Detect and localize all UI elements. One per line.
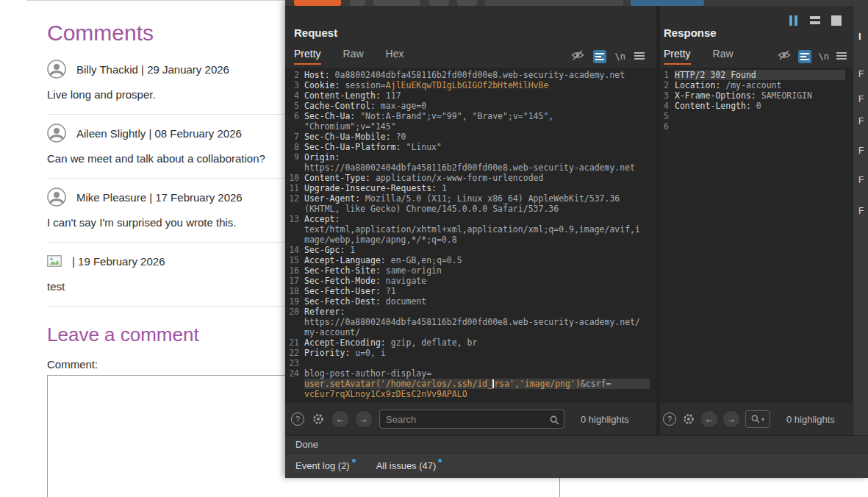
gear-icon[interactable] bbox=[312, 412, 325, 426]
line-number: 23 bbox=[285, 358, 304, 368]
response-editor[interactable]: 1HTTP/2 302 Found2Location: /my-account3… bbox=[660, 68, 853, 403]
line-number: 1 bbox=[660, 70, 675, 80]
code-line: 17Sec-Fetch-Mode: navigate bbox=[285, 276, 656, 286]
bottom-tab-label: All issues (47) bbox=[376, 460, 437, 471]
chevron-down-icon: ▾ bbox=[761, 416, 764, 423]
line-number: 11 bbox=[285, 183, 304, 193]
search-icon bbox=[751, 415, 760, 423]
code-line: 1HTTP/2 302 Found bbox=[660, 70, 853, 80]
search-input[interactable] bbox=[379, 410, 564, 429]
layout-rows-icon[interactable] bbox=[809, 15, 821, 26]
layout-single-icon[interactable] bbox=[831, 15, 842, 26]
newline-toggle-icon[interactable]: \n bbox=[615, 51, 625, 62]
code-line: 15Accept-Language: en-GB,en;q=0.5 bbox=[285, 255, 656, 265]
line-number bbox=[285, 389, 304, 399]
line-number: 3 bbox=[660, 90, 675, 101]
next-match-button[interactable]: → bbox=[356, 411, 372, 427]
bottom-tab-all-issues[interactable]: All issues (47) bbox=[376, 460, 442, 471]
code-line-text bbox=[675, 121, 845, 132]
line-number: 4 bbox=[660, 101, 675, 111]
code-line-text: Location: /my-account bbox=[675, 80, 845, 90]
send-button[interactable] bbox=[294, 0, 341, 6]
word-wrap-toggle-icon[interactable] bbox=[798, 50, 811, 63]
line-number: 6 bbox=[660, 121, 675, 132]
code-line-text: Upgrade-Insecure-Requests: 1 bbox=[304, 183, 650, 193]
line-number: 18 bbox=[285, 286, 304, 296]
code-line: 14Sec-Gpc: 1 bbox=[285, 245, 656, 255]
code-line: user.setAvatar('/home/carlos/.ssh/id_rsa… bbox=[285, 379, 656, 389]
help-icon[interactable]: ? bbox=[663, 412, 676, 426]
newline-toggle-icon[interactable]: \n bbox=[819, 51, 829, 62]
line-number: 4 bbox=[285, 90, 304, 101]
code-line-text: HTTP/2 302 Found bbox=[675, 70, 845, 80]
editor-menu-icon[interactable] bbox=[836, 50, 847, 63]
eye-off-icon[interactable] bbox=[778, 50, 791, 63]
code-line: 4Content-Length: 0 bbox=[660, 101, 853, 111]
inspector-section[interactable]: F bbox=[858, 206, 864, 216]
line-number bbox=[285, 379, 304, 389]
tab-hex[interactable]: Hex bbox=[386, 48, 404, 63]
code-line-text: Origin: https://0a88002404dbfa458116b2fd… bbox=[304, 152, 650, 173]
code-line-text: Sec-Ch-Ua: "Not:A-Brand";v="99", "Brave"… bbox=[304, 111, 650, 132]
notification-dot bbox=[352, 459, 356, 462]
avatar-icon bbox=[47, 187, 66, 207]
comment-author-date: Aileen Slightly | 08 February 2026 bbox=[76, 127, 242, 140]
eye-off-icon[interactable] bbox=[571, 50, 584, 63]
search-button[interactable]: ▾ bbox=[745, 410, 770, 428]
repeater-toolbar bbox=[285, 0, 868, 6]
inspector-section[interactable]: F bbox=[858, 175, 864, 185]
tab-raw[interactable]: Raw bbox=[343, 48, 364, 63]
response-panel: Response PrettyRaw \n 1HTTP/2 302 Found2… bbox=[660, 6, 853, 435]
inspector-section[interactable]: F bbox=[858, 69, 864, 79]
cancel-button[interactable] bbox=[373, 0, 420, 6]
code-line-text: Accept-Encoding: gzip, deflate, br bbox=[304, 337, 650, 348]
inspector-panel[interactable]: I FFFFFF bbox=[853, 6, 868, 435]
code-line-text: Sec-Fetch-Dest: document bbox=[304, 296, 650, 307]
code-line: 3X-Frame-Options: SAMEORIGIN bbox=[660, 90, 853, 101]
editor-menu-icon[interactable] bbox=[634, 50, 645, 63]
request-editor[interactable]: 2Host: 0a88002404dbfa458116b2fd00fd00e8.… bbox=[285, 68, 656, 403]
inspector-title: I bbox=[858, 31, 861, 42]
target-dropdown[interactable] bbox=[485, 0, 623, 6]
code-line-text: Sec-Fetch-User: ?1 bbox=[304, 286, 650, 296]
code-line: 22Priority: u=0, i bbox=[285, 348, 656, 358]
code-line: vcEur7rqXLnoy1Cx9zDEsC2nVv9APALO bbox=[285, 389, 656, 399]
code-line-text: Host: 0a88002404dbfa458116b2fd00fd00e8.w… bbox=[304, 70, 650, 80]
word-wrap-toggle-icon[interactable] bbox=[593, 50, 606, 63]
bottom-tab-bar: Event log (2)All issues (47) bbox=[285, 453, 868, 478]
tab-pretty[interactable]: Pretty bbox=[294, 48, 321, 65]
code-line: 12User-Agent: Mozilla/5.0 (X11; Linux x8… bbox=[285, 193, 656, 214]
notification-dot bbox=[438, 459, 442, 462]
line-number: 20 bbox=[285, 307, 304, 337]
send-options-button[interactable] bbox=[350, 0, 365, 6]
line-number: 8 bbox=[285, 142, 304, 152]
bottom-tab-event-log[interactable]: Event log (2) bbox=[295, 460, 356, 471]
code-line: 5Cache-Control: max-age=0 bbox=[285, 101, 656, 111]
help-icon[interactable]: ? bbox=[291, 412, 304, 426]
code-line-text bbox=[304, 358, 650, 368]
history-forward-button[interactable] bbox=[457, 0, 477, 6]
inspector-section[interactable]: F bbox=[858, 94, 864, 104]
follow-redirection-button[interactable] bbox=[631, 0, 704, 6]
inspector-section[interactable]: F bbox=[858, 146, 864, 156]
code-line: 2Location: /my-account bbox=[660, 80, 853, 90]
line-number: 19 bbox=[285, 296, 304, 307]
code-line: 23 bbox=[285, 358, 656, 368]
tab-pretty[interactable]: Pretty bbox=[664, 48, 691, 65]
previous-match-button[interactable]: ← bbox=[332, 411, 348, 427]
inspector-section[interactable]: F bbox=[858, 116, 864, 126]
code-line-text: Sec-Gpc: 1 bbox=[304, 245, 650, 255]
layout-columns-icon[interactable] bbox=[788, 15, 800, 26]
line-number: 16 bbox=[285, 265, 304, 276]
previous-match-button[interactable]: ← bbox=[701, 411, 717, 427]
line-number: 10 bbox=[285, 173, 304, 183]
tab-raw[interactable]: Raw bbox=[713, 48, 734, 63]
code-line: 2Host: 0a88002404dbfa458116b2fd00fd00e8.… bbox=[285, 70, 656, 80]
line-number: 5 bbox=[660, 111, 675, 121]
line-number: 22 bbox=[285, 348, 304, 358]
next-match-button[interactable]: → bbox=[723, 411, 739, 427]
code-line: 5 bbox=[660, 111, 853, 121]
gear-icon[interactable] bbox=[682, 412, 695, 426]
code-line: 3Cookie: session=AjlEuEKqwTDIgLbGIGOf2bH… bbox=[285, 80, 656, 90]
history-back-button[interactable] bbox=[429, 0, 449, 6]
